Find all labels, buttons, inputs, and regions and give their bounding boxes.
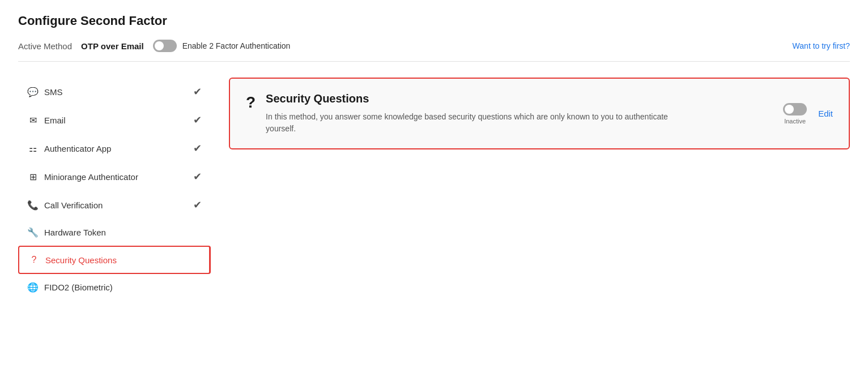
2fa-toggle-wrapper: Enable 2 Factor Authentication [153,40,291,52]
sidebar-label-security-questions: Security Questions [45,255,117,265]
fido2-icon: 🌐 [27,282,39,293]
content-area: ? Security Questions In this method, you… [211,78,850,301]
sidebar-item-email[interactable]: ✉Email✔ [18,106,211,134]
sidebar-item-hardware-token[interactable]: 🔧Hardware Token [18,219,211,246]
header-bar: Active Method OTP over Email Enable 2 Fa… [18,40,850,62]
check-icon-call-verification: ✔ [193,199,202,211]
sidebar: 💬SMS✔✉Email✔⚏Authenticator App✔⊞Minioran… [18,78,211,301]
2fa-toggle[interactable] [153,40,177,52]
sms-icon: 💬 [27,87,39,97]
card-right-controls: Inactive Edit [783,103,833,125]
sidebar-label-miniorange-authenticator: Miniorange Authenticator [44,172,138,182]
sidebar-item-miniorange-authenticator[interactable]: ⊞Miniorange Authenticator✔ [18,162,211,191]
check-icon-miniorange-authenticator: ✔ [193,170,202,183]
security-questions-icon: ? [28,255,40,265]
page-title: Configure Second Factor [18,14,850,28]
miniorange-authenticator-icon: ⊞ [27,172,39,182]
method-card-icon: ? [246,93,256,112]
check-icon-sms: ✔ [193,85,202,98]
email-icon: ✉ [27,115,39,126]
sidebar-label-authenticator-app: Authenticator App [44,144,111,153]
authenticator-app-icon: ⚏ [27,143,39,154]
sidebar-item-sms[interactable]: 💬SMS✔ [18,78,211,106]
main-layout: 💬SMS✔✉Email✔⚏Authenticator App✔⊞Minioran… [18,78,850,301]
card-inactive-toggle[interactable] [783,103,807,115]
method-card-title: Security Questions [266,92,833,105]
sidebar-item-authenticator-app[interactable]: ⚏Authenticator App✔ [18,134,211,162]
method-card-desc: In this method, you answer some knowledg… [266,111,696,135]
check-icon-authenticator-app: ✔ [193,142,202,155]
check-icon-email: ✔ [193,114,202,126]
call-verification-icon: 📞 [27,200,39,211]
card-toggle-label: Inactive [784,118,806,125]
sidebar-item-security-questions[interactable]: ?Security Questions [18,246,211,274]
hardware-token-icon: 🔧 [27,227,39,238]
active-method-value: OTP over Email [81,41,144,51]
card-toggle-wrapper: Inactive [783,103,807,125]
sidebar-label-call-verification: Call Verification [44,200,103,210]
active-method-label: Active Method [18,41,72,51]
sidebar-item-call-verification[interactable]: 📞Call Verification✔ [18,191,211,219]
2fa-toggle-label: Enable 2 Factor Authentication [182,41,291,50]
edit-button[interactable]: Edit [818,109,833,118]
method-card: ? Security Questions In this method, you… [229,78,850,149]
sidebar-label-email: Email [44,115,66,125]
method-card-body: Security Questions In this method, you a… [266,92,833,135]
sidebar-label-hardware-token: Hardware Token [44,228,106,237]
sidebar-label-sms: SMS [44,87,63,97]
want-to-try-link[interactable]: Want to try first? [793,41,850,50]
sidebar-label-fido2: FIDO2 (Biometric) [44,282,113,292]
sidebar-item-fido2[interactable]: 🌐FIDO2 (Biometric) [18,274,211,301]
